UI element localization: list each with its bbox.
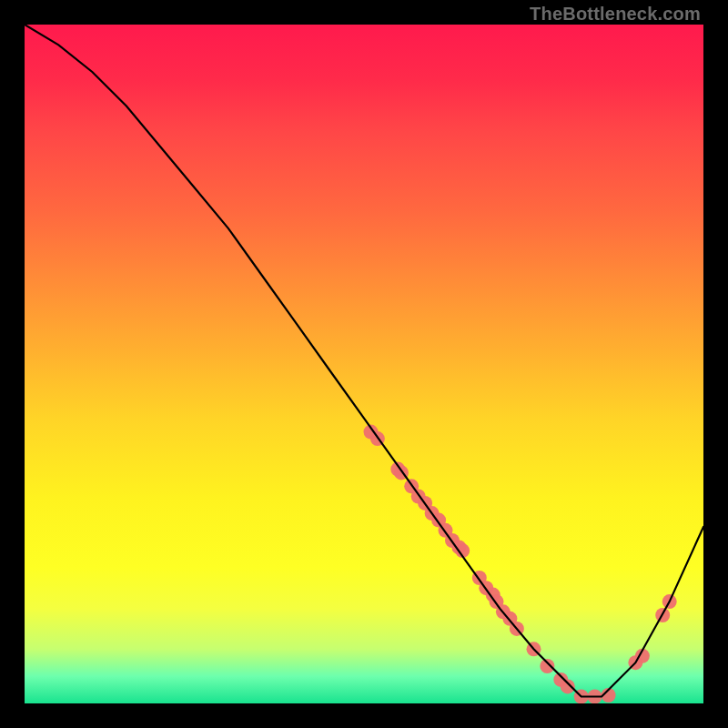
chart-plot-area bbox=[25, 25, 703, 703]
bottleneck-chart bbox=[25, 25, 703, 703]
watermark-text: TheBottleneck.com bbox=[530, 4, 701, 25]
bottleneck-curve bbox=[25, 25, 703, 697]
scatter-dot bbox=[540, 659, 554, 673]
scatter-layer bbox=[364, 425, 677, 703]
scatter-dot bbox=[561, 679, 575, 693]
